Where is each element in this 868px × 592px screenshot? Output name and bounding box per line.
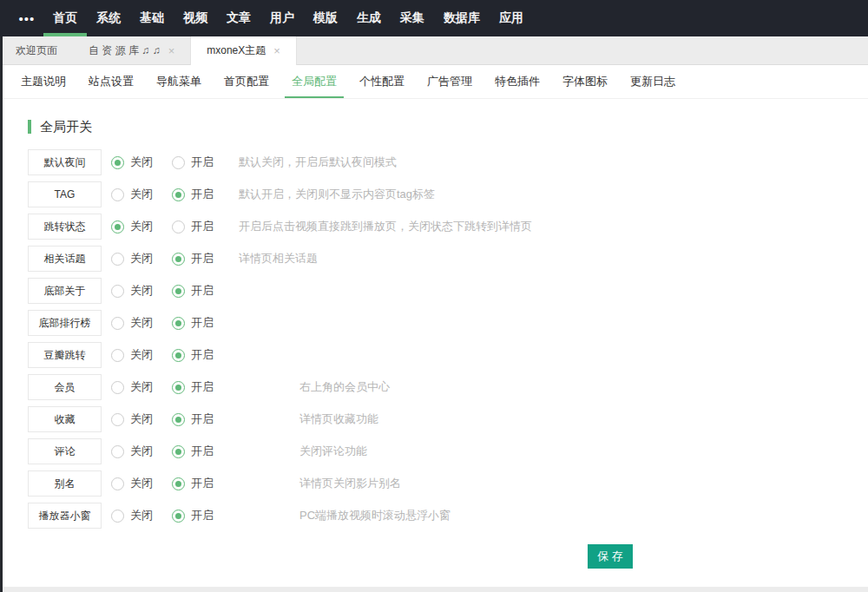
radio-off-circle[interactable] xyxy=(111,349,124,362)
radio-off[interactable]: 关闭 xyxy=(111,508,162,523)
window-tab[interactable]: 欢迎页面 xyxy=(0,36,73,64)
radio-on[interactable]: 开启 xyxy=(172,283,223,299)
radio-off-circle[interactable] xyxy=(111,445,124,458)
subtab[interactable]: 站点设置 xyxy=(77,65,145,98)
settings-row: 豆瓣跳转 关闭 开启 xyxy=(28,342,868,368)
radio-on-circle[interactable] xyxy=(172,349,185,362)
radio-on-circle[interactable] xyxy=(172,285,185,298)
radio-on[interactable]: 开启 xyxy=(172,476,223,491)
subtab[interactable]: 导航菜单 xyxy=(145,65,213,98)
radio-off-label: 关闭 xyxy=(130,283,153,299)
radio-off[interactable]: 关闭 xyxy=(111,283,162,299)
radio-on[interactable]: 开启 xyxy=(172,155,223,170)
setting-label: 相关话题 xyxy=(28,246,102,272)
radio-off[interactable]: 关闭 xyxy=(111,347,162,363)
subtab[interactable]: 首页配置 xyxy=(213,65,280,98)
theme-subtabs: 主题说明 站点设置 导航菜单 首页配置 全局配置 个性配置 广告管理 特色插件 … xyxy=(0,65,868,99)
nav-item[interactable]: 数据库 xyxy=(434,0,490,36)
nav-item[interactable]: 生成 xyxy=(347,0,391,36)
radio-on[interactable]: 开启 xyxy=(172,219,223,234)
subtab[interactable]: 特色插件 xyxy=(483,65,551,98)
window-tab[interactable]: 自 资 源 库 ♫ ♫ × xyxy=(73,36,190,64)
radio-on-label: 开启 xyxy=(191,476,214,491)
setting-desc: PC端播放视频时滚动悬浮小窗 xyxy=(299,508,450,523)
radio-on-circle[interactable] xyxy=(172,413,185,426)
radio-off[interactable]: 关闭 xyxy=(111,411,162,427)
radio-on[interactable]: 开启 xyxy=(172,187,223,202)
setting-label: 默认夜间 xyxy=(28,149,102,175)
radio-on-circle[interactable] xyxy=(172,188,185,201)
radio-off[interactable]: 关闭 xyxy=(111,444,162,459)
radio-off[interactable]: 关闭 xyxy=(111,315,162,331)
radio-off-circle[interactable] xyxy=(111,188,124,201)
radio-off[interactable]: 关闭 xyxy=(111,187,162,202)
radio-off[interactable]: 关闭 xyxy=(111,219,162,234)
nav-item[interactable]: 首页 xyxy=(43,0,87,36)
radio-on[interactable]: 开启 xyxy=(172,379,223,395)
nav-item-label: 首页 xyxy=(53,10,77,26)
radio-on-circle[interactable] xyxy=(172,445,185,458)
radio-off[interactable]: 关闭 xyxy=(111,251,162,266)
radio-off-circle[interactable] xyxy=(111,220,124,234)
radio-on-circle[interactable] xyxy=(172,477,185,490)
subtab[interactable]: 字体图标 xyxy=(551,65,619,98)
subtab[interactable]: 全局配置 xyxy=(280,65,348,98)
tab-close-icon[interactable]: × xyxy=(168,45,175,56)
radio-on-circle[interactable] xyxy=(172,381,185,394)
radio-off-circle[interactable] xyxy=(111,381,124,394)
radio-off-circle[interactable] xyxy=(111,477,124,490)
subtab[interactable]: 个性配置 xyxy=(348,65,416,98)
bottom-scrollbar-track[interactable] xyxy=(0,587,868,592)
radio-off-circle[interactable] xyxy=(111,317,124,330)
subtab-label: 广告管理 xyxy=(427,74,472,89)
more-icon[interactable]: ••• xyxy=(10,0,43,36)
setting-desc: 详情页关闭影片别名 xyxy=(299,476,401,491)
nav-item[interactable]: 采集 xyxy=(391,0,434,36)
radio-off-label: 关闭 xyxy=(130,251,153,266)
save-button[interactable]: 保 存 xyxy=(588,544,633,569)
window-tabstrip: 欢迎页面 自 资 源 库 ♫ ♫ × mxoneX主题 × xyxy=(0,36,868,65)
section-accent-bar xyxy=(28,120,31,134)
nav-item[interactable]: 基础 xyxy=(130,0,174,36)
radio-off[interactable]: 关闭 xyxy=(111,476,162,491)
radio-on-label: 开启 xyxy=(191,444,214,459)
radio-on-circle[interactable] xyxy=(172,253,185,266)
radio-on-circle[interactable] xyxy=(172,510,185,523)
radio-off-label: 关闭 xyxy=(130,219,153,234)
radio-on[interactable]: 开启 xyxy=(172,347,223,363)
radio-on-circle[interactable] xyxy=(172,317,185,330)
subtab-label: 字体图标 xyxy=(562,74,608,89)
setting-desc: 详情页相关话题 xyxy=(239,251,318,266)
radio-on[interactable]: 开启 xyxy=(172,508,223,523)
subtab[interactable]: 主题说明 xyxy=(10,65,77,98)
subtab[interactable]: 更新日志 xyxy=(619,65,687,98)
radio-on[interactable]: 开启 xyxy=(172,251,223,266)
nav-item[interactable]: 模版 xyxy=(304,0,347,36)
radio-on-label: 开启 xyxy=(191,315,214,331)
radio-off-circle[interactable] xyxy=(111,156,124,169)
radio-off-circle[interactable] xyxy=(111,285,124,298)
radio-off-circle[interactable] xyxy=(111,413,124,426)
radio-off-circle[interactable] xyxy=(111,510,124,523)
nav-item[interactable]: 文章 xyxy=(217,0,260,36)
subtab-label: 更新日志 xyxy=(630,74,675,89)
subtab[interactable]: 广告管理 xyxy=(416,65,483,98)
setting-label: 底部关于 xyxy=(28,278,102,304)
nav-item[interactable]: 用户 xyxy=(260,0,304,36)
window-tab-label: 自 资 源 库 ♫ ♫ xyxy=(89,43,161,58)
radio-off[interactable]: 关闭 xyxy=(111,155,162,170)
setting-label: 会员 xyxy=(28,374,102,400)
nav-item[interactable]: 视频 xyxy=(174,0,217,36)
nav-item[interactable]: 应用 xyxy=(490,0,533,36)
radio-off[interactable]: 关闭 xyxy=(111,379,162,395)
tab-close-icon[interactable]: × xyxy=(273,45,280,56)
radio-on[interactable]: 开启 xyxy=(172,315,223,331)
radio-on-circle[interactable] xyxy=(172,220,185,234)
radio-off-circle[interactable] xyxy=(111,253,124,266)
radio-on[interactable]: 开启 xyxy=(172,411,223,427)
nav-item[interactable]: 系统 xyxy=(87,0,130,36)
window-tab[interactable]: mxoneX主题 × xyxy=(190,36,297,65)
radio-off-label: 关闭 xyxy=(130,476,153,491)
radio-on-circle[interactable] xyxy=(172,156,185,169)
radio-on[interactable]: 开启 xyxy=(172,444,223,459)
